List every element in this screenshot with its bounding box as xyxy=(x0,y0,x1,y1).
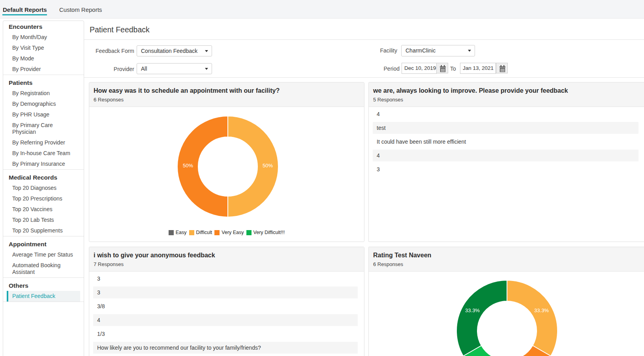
svg-text:33.3%: 33.3% xyxy=(534,307,549,313)
svg-text:50%: 50% xyxy=(263,163,273,169)
svg-text:33.3%: 33.3% xyxy=(465,307,480,313)
svg-text:50%: 50% xyxy=(183,163,193,169)
